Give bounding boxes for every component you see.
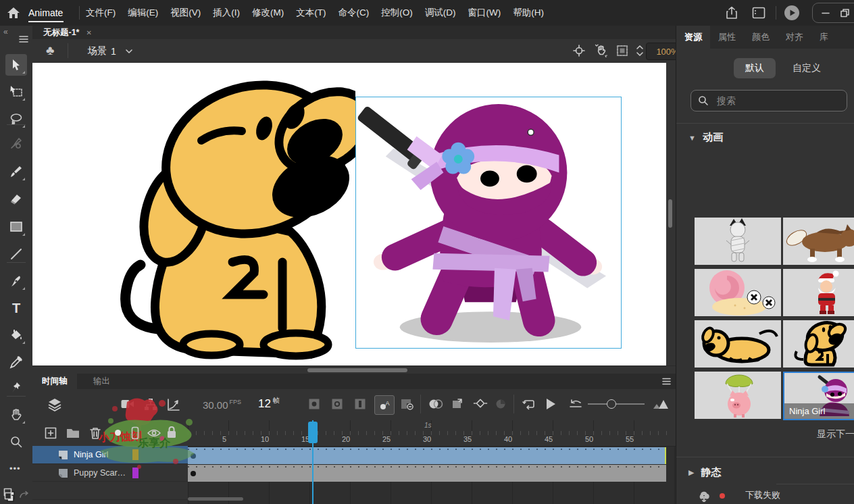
tab-output[interactable]: 输出 bbox=[85, 374, 118, 389]
menu-insert[interactable]: 插入(I) bbox=[207, 0, 246, 26]
cloud-download-icon[interactable] bbox=[697, 489, 711, 502]
preset-default-button[interactable]: 默认 bbox=[734, 58, 776, 78]
fps-display[interactable]: 30.00 FPS bbox=[203, 395, 241, 415]
camera-icon[interactable] bbox=[120, 398, 135, 410]
clip-content-icon[interactable] bbox=[616, 45, 628, 57]
canvas-hscroll-thumb[interactable] bbox=[307, 368, 407, 372]
section-static[interactable]: ▶ 静态 bbox=[688, 466, 721, 479]
menu-file[interactable]: 文件(F) bbox=[80, 0, 122, 26]
grid-overlay-icon[interactable] bbox=[4, 492, 15, 503]
home-icon[interactable] bbox=[6, 5, 21, 20]
redo-icon[interactable] bbox=[19, 490, 30, 500]
menu-edit[interactable]: 编辑(E) bbox=[122, 0, 164, 26]
ninja-selection-box[interactable] bbox=[355, 97, 622, 349]
track-ninja-girl[interactable] bbox=[188, 447, 666, 464]
zoom-tool[interactable] bbox=[5, 431, 27, 453]
tab-color[interactable]: 颜色 bbox=[744, 26, 778, 49]
highlight-dot-icon[interactable] bbox=[115, 430, 121, 436]
restore-button[interactable] bbox=[836, 5, 853, 20]
canvas-vscroll-track[interactable] bbox=[666, 63, 676, 366]
lock-all-icon[interactable] bbox=[166, 426, 177, 439]
timeline-hscroll-thumb[interactable] bbox=[188, 497, 243, 501]
subselection-tool[interactable] bbox=[5, 81, 27, 103]
auto-keyframe-toggle[interactable]: A bbox=[374, 395, 395, 415]
loop-range-icon[interactable] bbox=[569, 399, 582, 409]
tab-library[interactable]: 库 bbox=[811, 26, 836, 49]
remove-frame-icon[interactable] bbox=[400, 398, 413, 410]
menu-commands[interactable]: 命令(C) bbox=[332, 0, 376, 26]
asset-thumb-snail[interactable] bbox=[695, 269, 781, 316]
new-folder-icon[interactable] bbox=[66, 428, 80, 438]
lasso-tool[interactable] bbox=[5, 108, 27, 130]
selection-tool[interactable] bbox=[5, 54, 27, 76]
eraser-tool[interactable] bbox=[5, 188, 27, 209]
asset-thumb-puppy-lying[interactable] bbox=[695, 320, 781, 368]
frame-size-icon[interactable] bbox=[653, 399, 669, 409]
asset-thumb-ninja-girl-selected[interactable]: Ninja Girl bbox=[783, 372, 854, 420]
asset-thumb-puppy-sitting[interactable] bbox=[783, 320, 854, 368]
menu-view[interactable]: 视图(V) bbox=[164, 0, 207, 26]
menu-modify[interactable]: 修改(M) bbox=[246, 0, 290, 26]
layers-view-icon[interactable] bbox=[47, 397, 62, 412]
search-input[interactable] bbox=[715, 95, 833, 107]
asset-thumb-pig-parachute[interactable] bbox=[695, 372, 781, 419]
edit-multiple-frames-icon[interactable] bbox=[451, 398, 465, 410]
asset-thumb-santa[interactable] bbox=[783, 269, 854, 316]
menu-window[interactable]: 窗口(W) bbox=[462, 0, 507, 26]
timeline-panel-menu-icon[interactable] bbox=[662, 378, 671, 385]
fluid-brush-tool[interactable] bbox=[5, 132, 27, 154]
share-icon[interactable] bbox=[724, 5, 739, 20]
tab-align[interactable]: 对齐 bbox=[778, 26, 811, 49]
show-hide-all-icon[interactable] bbox=[147, 428, 161, 438]
new-layer-icon[interactable] bbox=[45, 427, 57, 439]
play-button[interactable] bbox=[545, 397, 557, 411]
preset-custom-button[interactable]: 自定义 bbox=[786, 58, 828, 78]
minimize-button[interactable] bbox=[818, 5, 834, 20]
create-tween-icon[interactable] bbox=[473, 397, 488, 411]
asset-thumb-wolf[interactable] bbox=[783, 218, 854, 265]
text-tool[interactable]: T bbox=[5, 297, 27, 319]
show-next-link[interactable]: 显示下一个 bbox=[817, 428, 854, 440]
canvas-vscroll-thumb[interactable] bbox=[668, 199, 672, 228]
hand-tool[interactable] bbox=[5, 404, 27, 426]
layer-parenting-icon[interactable] bbox=[143, 397, 158, 412]
layer-row-puppy[interactable]: Puppy Scar… bbox=[32, 463, 188, 482]
paint-bucket-tool[interactable] bbox=[5, 324, 27, 346]
frame-zoom-slider-track[interactable] bbox=[588, 403, 645, 405]
tab-timeline[interactable]: 时间轴 bbox=[32, 374, 77, 389]
rectangle-tool[interactable] bbox=[5, 216, 27, 238]
section-animated[interactable]: ▼ 动画 bbox=[688, 131, 723, 144]
frames-area[interactable]: 1s 5 10 15 20 25 30 35 40 45 50 55 bbox=[188, 420, 676, 504]
pen-tool[interactable] bbox=[5, 270, 27, 292]
insert-blank-keyframe-icon[interactable] bbox=[331, 398, 343, 410]
keyframe-dot[interactable] bbox=[191, 453, 196, 459]
zoom-stepper[interactable] bbox=[636, 43, 644, 58]
collapse-panel-icon[interactable]: « bbox=[3, 27, 8, 36]
layer-color-swatch[interactable] bbox=[132, 468, 139, 478]
more-tools-icon[interactable]: ••• bbox=[9, 463, 21, 474]
tab-assets[interactable]: 资源 bbox=[676, 26, 710, 49]
tools-menu-icon[interactable] bbox=[19, 35, 28, 43]
playhead-handle[interactable] bbox=[308, 422, 318, 443]
outline-view-icon[interactable] bbox=[131, 426, 139, 440]
keyframe-dot[interactable] bbox=[191, 471, 196, 476]
menu-help[interactable]: 帮助(H) bbox=[507, 0, 550, 26]
document-tab-close-icon[interactable]: ✕ bbox=[86, 29, 91, 36]
timeline-ruler[interactable]: 1s 5 10 15 20 25 30 35 40 45 50 55 bbox=[188, 420, 676, 447]
delete-layer-icon[interactable] bbox=[89, 426, 101, 440]
classic-brush-tool[interactable] bbox=[5, 161, 27, 182]
search-field[interactable] bbox=[690, 90, 847, 111]
frame-zoom-slider-thumb[interactable] bbox=[607, 399, 616, 409]
scene-selector[interactable]: 场景 1 bbox=[88, 39, 132, 63]
layer-row-ninja-girl[interactable]: Ninja Girl bbox=[32, 446, 188, 463]
test-movie-play-button[interactable] bbox=[783, 4, 801, 22]
insert-frame-icon[interactable] bbox=[354, 398, 366, 410]
rotate-canvas-icon[interactable] bbox=[595, 44, 608, 57]
puppy-artwork[interactable] bbox=[100, 66, 355, 363]
layer-color-swatch[interactable] bbox=[132, 449, 139, 460]
center-stage-icon[interactable] bbox=[573, 45, 585, 57]
edit-symbols-icon[interactable]: ♣ bbox=[46, 43, 54, 58]
eyedropper-tool[interactable] bbox=[5, 351, 27, 373]
menu-debug[interactable]: 调试(D) bbox=[419, 0, 462, 26]
stage-canvas[interactable] bbox=[32, 63, 666, 366]
